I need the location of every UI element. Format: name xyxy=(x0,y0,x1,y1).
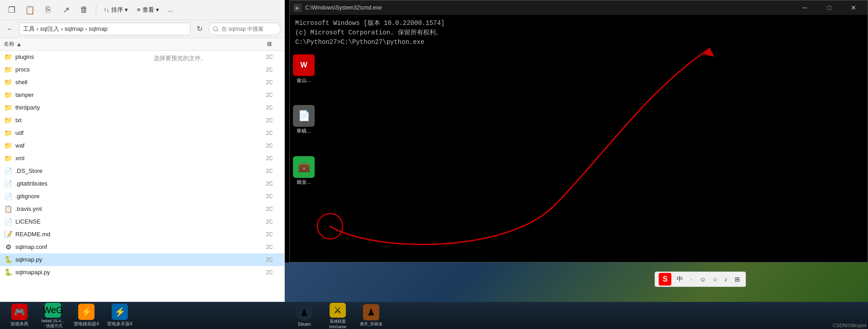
file-mod: 2C xyxy=(258,168,281,174)
leidianduokai-icon: ⚡ xyxy=(112,304,128,320)
sort-chevron: ▾ xyxy=(125,6,128,13)
cmd-content[interactable]: Microsoft Windows [版本 10.0.22000.1574](c… xyxy=(290,15,868,262)
taskbar-app-yongfang[interactable]: ♟ 勇芳_军棋迷 xyxy=(355,303,387,328)
new-folder-btn[interactable]: ❐ xyxy=(4,2,20,18)
lol-icon: ⚔ xyxy=(330,303,346,318)
file-row-sqlmap.py[interactable]: 🐍 sqlmap.py 2C xyxy=(0,253,284,266)
file-row-shell[interactable]: 📁 shell 2C xyxy=(0,76,284,89)
ime-grid-btn[interactable]: ⊞ xyxy=(733,275,742,284)
file-row-waf[interactable]: 📁 waf 2C xyxy=(0,139,284,152)
file-name: plugins xyxy=(15,53,258,60)
address-path[interactable]: 工具 › sql注入 › sqlmap › sqlmap xyxy=(19,23,190,35)
file-name: tamper xyxy=(15,91,258,98)
file-row-xml[interactable]: 📁 xml 2C xyxy=(0,152,284,165)
cmd-minimize-btn[interactable]: ─ xyxy=(794,0,815,15)
paste-btn[interactable]: ⎘ xyxy=(40,2,56,18)
taskbar-app-leidianzumo[interactable]: ⚡ 雷电模拟器4 xyxy=(71,303,102,328)
copy-btn[interactable]: 📋 xyxy=(22,2,38,18)
file-name: .DS_Store xyxy=(15,167,258,174)
csdn-watermark: CSDN©Wrypot xyxy=(831,322,868,329)
ime-emoji-btn[interactable]: ☺ xyxy=(698,275,708,284)
file-mod: 2C xyxy=(258,257,281,263)
col-name-header[interactable]: 名称 ▲ xyxy=(4,40,258,48)
file-name: waf xyxy=(15,142,258,149)
left-taskbar: 🎮 游戏杀死 WeG beta6.25.4...- 快捷方式 ⚡ 雷电模拟器4 … xyxy=(0,302,285,329)
file-row-txt[interactable]: 📁 txt 2C xyxy=(0,114,284,127)
view-chevron: ▾ xyxy=(156,6,159,13)
file-row-.travis.yml[interactable]: 📋 .travis.yml 2C xyxy=(0,203,284,215)
file-mod: 2C xyxy=(258,181,281,187)
ime-dot-btn[interactable]: · xyxy=(689,275,694,284)
file-row-udf[interactable]: 📁 udf 2C xyxy=(0,127,284,139)
file-row-tamper[interactable]: 📁 tamper 2C xyxy=(0,89,284,101)
fe-addressbar: ← 工具 › sql注入 › sqlmap › sqlmap ↻ xyxy=(0,20,284,38)
jinshan-label: 金山... xyxy=(297,77,311,84)
file-row-procs[interactable]: 📁 procs 2C xyxy=(0,63,284,76)
ime-logo[interactable]: S xyxy=(659,273,671,286)
ime-mic-btn[interactable]: ♪ xyxy=(722,275,729,284)
fe-column-header: 名称 ▲ 修 xyxy=(0,38,284,51)
cmd-line: C:\Python27>C:\Python27\python.exe xyxy=(295,38,862,47)
cmd-title: C:\Windows\System32\cmd.exe xyxy=(305,5,791,11)
steam-icon: ♟ xyxy=(296,305,312,321)
more-label: ... xyxy=(168,6,173,13)
cmd-line: Microsoft Windows [版本 10.0.22000.1574] xyxy=(295,19,862,28)
file-mod: 2C xyxy=(258,269,281,276)
delete-btn[interactable]: 🗑 xyxy=(76,2,92,18)
toolbar-sep xyxy=(96,5,96,15)
file-mod: 2C xyxy=(258,231,281,238)
file-row-sqlmap.conf[interactable]: ⚙ sqlmap.conf 2C xyxy=(0,241,284,253)
file-name: .gitattributes xyxy=(15,180,258,187)
sort-btn[interactable]: ↑↓ 排序 ▾ xyxy=(100,3,132,17)
jinshan-icon: W xyxy=(293,54,315,76)
file-mod: 2C xyxy=(258,155,281,162)
back-btn[interactable]: ← xyxy=(4,23,16,35)
file-row-plugins[interactable]: 📁 plugins 2C xyxy=(0,51,284,63)
file-name: sqlmapapi.py xyxy=(15,269,258,276)
file-icon: 📄 xyxy=(4,217,13,226)
file-row-.gitignore[interactable]: 📄 .gitignore 2C xyxy=(0,190,284,203)
file-icon: 📝 xyxy=(4,230,13,239)
file-row-.gitattributes[interactable]: 📄 .gitattributes 2C xyxy=(0,177,284,190)
taskbar-app-youxishasi[interactable]: 🎮 游戏杀死 xyxy=(4,303,35,328)
file-icon: 🐍 xyxy=(4,268,13,277)
taskbar-app-lol[interactable]: ⚔ 英雄联盟WeGame xyxy=(322,303,354,328)
more-btn[interactable]: ... xyxy=(165,3,177,17)
search-input[interactable] xyxy=(208,23,281,35)
breadcrumb: 工具 › sql注入 › sqlmap › sqlmap xyxy=(23,25,108,33)
file-icon: 📁 xyxy=(4,141,13,150)
view-btn[interactable]: ≡ 查看 ▾ xyxy=(133,3,163,17)
file-row-.DS_Store[interactable]: 📄 .DS_Store 2C xyxy=(0,165,284,177)
file-row-thirdparty[interactable]: 📁 thirdparty 2C xyxy=(0,101,284,114)
refresh-btn[interactable]: ↻ xyxy=(193,23,206,35)
file-row-sqlmapapi.py[interactable]: 🐍 sqlmapapi.py 2C xyxy=(0,266,284,279)
cmd-close-btn[interactable]: ✕ xyxy=(843,0,864,15)
file-icon: 📋 xyxy=(4,205,13,214)
youxishasi-icon: 🎮 xyxy=(11,304,28,320)
desktop-icon-jiuye[interactable]: 💼 就业... xyxy=(288,156,320,186)
file-icon: 📄 xyxy=(4,192,13,201)
file-name: udf xyxy=(15,129,258,136)
file-icon: 📄 xyxy=(4,167,13,176)
file-icon: 📁 xyxy=(4,78,13,87)
share-btn[interactable]: ↗ xyxy=(58,2,74,18)
col-mod-header[interactable]: 修 xyxy=(258,40,281,48)
file-mod: 2C xyxy=(258,143,281,149)
taskbar-app-leidianduokai[interactable]: ⚡ 雷电多开器4 xyxy=(104,303,136,328)
file-icon: 📁 xyxy=(4,116,13,125)
taskbar-app-beta[interactable]: WeG beta6.25.4...- 快捷方式 xyxy=(37,303,69,328)
caogao-label: 草稿... xyxy=(297,128,311,134)
file-row-README.md[interactable]: 📝 README.md 2C xyxy=(0,228,284,241)
ime-chinese-btn[interactable]: 中 xyxy=(675,274,685,284)
ime-circle-btn[interactable]: ○ xyxy=(712,275,719,284)
file-row-LICENSE[interactable]: 📄 LICENSE 2C xyxy=(0,215,284,228)
file-name: shell xyxy=(15,79,258,86)
taskbar-app-steam[interactable]: ♟ Steam xyxy=(288,303,320,328)
file-icon: 📁 xyxy=(4,91,13,100)
desktop-icon-jinshan[interactable]: W 金山... xyxy=(288,54,320,84)
lol-label: 英雄联盟WeGame xyxy=(329,319,346,328)
file-mod: 2C xyxy=(258,79,281,86)
sort-icon: ↑↓ xyxy=(104,6,109,13)
cmd-maximize-btn[interactable]: □ xyxy=(819,0,840,15)
desktop-icon-caogao[interactable]: 📄 草稿... xyxy=(288,105,320,134)
